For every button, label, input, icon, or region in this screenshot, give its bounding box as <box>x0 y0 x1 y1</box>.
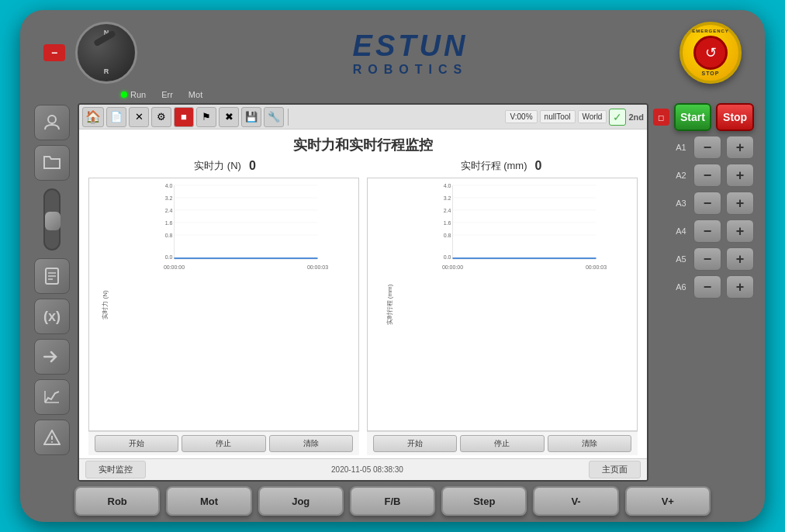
toolbar-home-btn[interactable]: 🏠 <box>82 107 104 127</box>
axis-label-a3: A3 <box>673 199 689 208</box>
screen-values-row: 实时力 (N) 0 实时行程 (mm) 0 <box>79 157 647 174</box>
start-button[interactable]: Start <box>674 103 712 131</box>
toolbar-red-btn[interactable]: ■ <box>174 107 194 127</box>
axis-a6-plus[interactable]: + <box>726 275 754 299</box>
chart2-start-btn[interactable]: 开始 <box>373 435 457 452</box>
svg-text:00:00:03: 00:00:03 <box>307 264 328 270</box>
screen-bottom: 实时监控 2020-11-05 08:38:30 主页面 <box>79 458 647 480</box>
chart2-clear-btn[interactable]: 清除 <box>548 435 631 452</box>
stop-button[interactable]: Stop <box>716 103 754 131</box>
sidebar-btn-folder[interactable] <box>34 145 70 181</box>
toolbar-tool-btn[interactable]: 🔧 <box>264 107 284 127</box>
chart1-stop-btn[interactable]: 停止 <box>182 435 265 452</box>
axis-a3-plus[interactable]: + <box>726 192 754 215</box>
axis-label-a6: A6 <box>673 282 689 292</box>
toolbar-right-label: 2nd <box>628 112 644 122</box>
axis-a3-minus[interactable]: − <box>693 192 721 215</box>
screen-timestamp: 2020-11-05 08:38:30 <box>331 465 403 474</box>
svg-text:4.0: 4.0 <box>165 183 173 188</box>
axis-row-a3: A3 − + <box>653 192 754 215</box>
chart1-buttons: 开始 停止 清除 <box>88 431 359 455</box>
axis-a2-minus[interactable]: − <box>693 164 721 187</box>
slider-control[interactable] <box>43 188 61 250</box>
bottom-btn-step[interactable]: Step <box>441 486 527 516</box>
run-dot <box>121 92 127 98</box>
axis-a2-plus[interactable]: + <box>726 164 754 187</box>
brand-name: ESTUN <box>141 29 680 63</box>
mode-dial[interactable]: N R <box>75 22 137 84</box>
axis-a5-minus[interactable]: − <box>693 247 721 271</box>
svg-text:2.4: 2.4 <box>444 208 451 213</box>
emergency-stop-button[interactable]: EMERGENCY ↺ STOP <box>680 22 742 84</box>
chart2-container: 实时行程 (mm) 4.0 3.2 2.4 1.6 0.8 0.0 <box>367 178 638 455</box>
force-label: 实时力 (N) <box>194 159 241 173</box>
toolbar-x-btn[interactable]: ✖ <box>219 107 239 127</box>
axis-label-a4: A4 <box>673 226 689 236</box>
sidebar-btn-graph[interactable] <box>34 379 70 415</box>
toolbar-info-velocity: V:00% <box>505 110 537 123</box>
axis-a1-plus[interactable]: + <box>726 136 754 159</box>
screen-tab-main[interactable]: 主页面 <box>589 461 641 478</box>
svg-point-0 <box>48 116 56 123</box>
chart1-start-btn[interactable]: 开始 <box>95 435 178 452</box>
bottom-btn-vplus[interactable]: V+ <box>625 486 711 516</box>
bottom-btn-rob[interactable]: Rob <box>74 486 160 516</box>
chart2-ylabel: 实时行程 (mm) <box>386 284 394 325</box>
chart2: 实时行程 (mm) 4.0 3.2 2.4 1.6 0.8 0.0 <box>367 178 638 431</box>
top-left-controls: − N R <box>43 18 141 88</box>
sidebar-btn-user[interactable] <box>34 105 70 140</box>
axis-a5-plus[interactable]: + <box>726 247 754 271</box>
toolbar-close-btn[interactable]: ✕ <box>129 107 149 127</box>
bottom-btn-vminus[interactable]: V- <box>533 486 618 516</box>
dial-container: N R <box>71 18 141 88</box>
bottom-btn-mot[interactable]: Mot <box>166 486 251 516</box>
slider-thumb <box>45 212 61 230</box>
chart1-svg: 4.0 3.2 2.4 1.6 0.8 0.0 <box>119 181 354 275</box>
svg-point-9 <box>51 441 53 443</box>
svg-text:1.6: 1.6 <box>444 220 451 226</box>
screen-tab-realtime[interactable]: 实时监控 <box>85 461 146 478</box>
svg-text:2.4: 2.4 <box>165 208 173 213</box>
bottom-btn-jog[interactable]: Jog <box>258 486 344 516</box>
power-btn[interactable]: ◻ <box>653 109 669 126</box>
screen-toolbar: 🏠 📄 ✕ ⚙ ■ ⚑ ✖ 💾 🔧 V:00% nullTool World ✓… <box>79 105 647 130</box>
axis-a4-minus[interactable]: − <box>693 219 721 243</box>
axis-a4-plus[interactable]: + <box>726 219 754 243</box>
axis-label-a5: A5 <box>673 254 689 264</box>
toolbar-new-btn[interactable]: 📄 <box>106 107 126 127</box>
toolbar-flag-btn[interactable]: ⚑ <box>196 107 216 127</box>
sidebar-btn-formula[interactable]: (x) <box>34 299 70 334</box>
bottom-btn-fb[interactable]: F/B <box>350 486 435 516</box>
toolbar-sep <box>288 109 289 126</box>
sidebar-btn-warning[interactable] <box>34 420 70 455</box>
travel-value: 0 <box>535 159 542 173</box>
axis-label-a1: A1 <box>673 143 689 152</box>
chart1-clear-btn[interactable]: 清除 <box>269 435 353 452</box>
axis-a6-minus[interactable]: − <box>693 275 721 299</box>
emergency-inner: ↺ <box>693 36 728 70</box>
svg-text:00:00:00: 00:00:00 <box>442 264 463 270</box>
svg-text:0.8: 0.8 <box>444 233 451 238</box>
toolbar-info-tool: nullTool <box>540 110 576 123</box>
err-label: Err <box>161 90 173 99</box>
axis-row-a2: A2 − + <box>653 164 754 187</box>
svg-text:0.8: 0.8 <box>165 233 173 238</box>
toolbar-check-btn[interactable]: ✓ <box>609 109 626 126</box>
top-bar: − N R ESTUN ROBOTICS EMERGENCY ↺ STOP <box>28 18 757 88</box>
chart1: 实时力 (N) 4.0 3.2 2.4 1.6 <box>88 178 359 431</box>
axis-a1-minus[interactable]: − <box>693 136 721 159</box>
emergency-text-bottom: STOP <box>702 71 720 76</box>
toolbar-save-btn[interactable]: 💾 <box>241 107 261 127</box>
toolbar-info-frame: World <box>578 110 607 123</box>
sidebar-btn-document[interactable] <box>34 258 70 294</box>
right-panel: ◻ Start Stop A1 − + A2 − + A3 − + A4 <box>653 103 754 482</box>
status-bar: Run Err Mot <box>28 88 757 102</box>
svg-text:00:00:00: 00:00:00 <box>164 264 185 270</box>
emergency-icon: ↺ <box>705 44 717 61</box>
sidebar-btn-arrow[interactable] <box>34 339 70 375</box>
chart2-stop-btn[interactable]: 停止 <box>460 435 544 452</box>
red-minus-button[interactable]: − <box>43 44 65 61</box>
screen-content: 实时力和实时行程监控 实时力 (N) 0 实时行程 (mm) 0 <box>79 130 647 480</box>
toolbar-settings-btn[interactable]: ⚙ <box>151 107 171 127</box>
run-indicator: Run <box>121 90 146 99</box>
